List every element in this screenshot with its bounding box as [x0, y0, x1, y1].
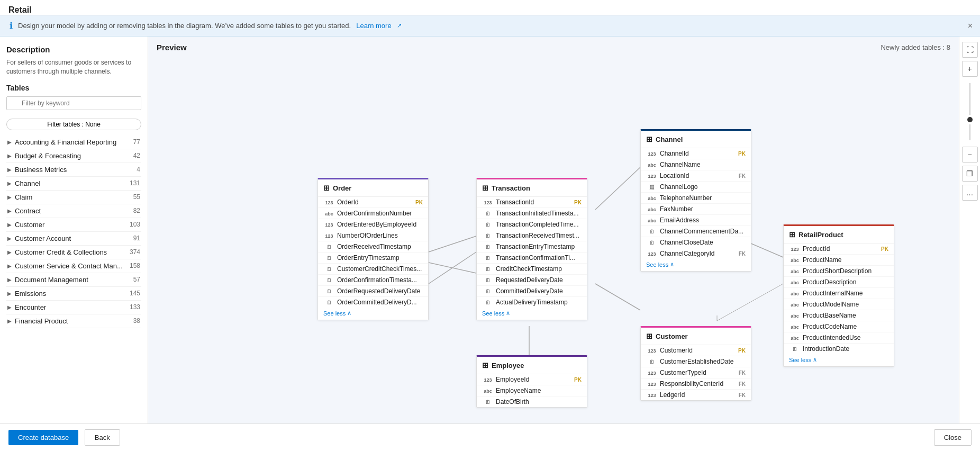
field-name: EmployeeId	[496, 376, 570, 383]
group-name: Customer	[15, 221, 130, 229]
order-see-less[interactable]: See less ∧	[318, 308, 428, 320]
field-name: ChannelLogo	[660, 183, 746, 191]
transaction-table: ⊞ Transaction 123 TransactionId PK 🗓 Tra…	[476, 178, 587, 320]
field-name: TelephoneNumber	[660, 194, 746, 202]
field-name: IntroductionDate	[803, 345, 888, 353]
chevron-right-icon: ▶	[7, 291, 12, 296]
svg-line-0	[429, 236, 476, 252]
group-name: Customer Credit & Collections	[15, 248, 130, 256]
field-type-icon: 🗓	[323, 244, 335, 250]
group-name: Contract	[15, 207, 133, 215]
field-name: ProductDescription	[803, 278, 888, 286]
back-button[interactable]: Back	[85, 429, 120, 446]
row-badge: PK	[738, 151, 746, 157]
table-row: abc ProductInternalName	[784, 288, 894, 299]
group-count: 77	[133, 138, 140, 146]
field-type-icon: 🗓	[323, 288, 335, 294]
field-name: CustomerTypeId	[660, 369, 734, 376]
field-type-icon: 123	[482, 200, 494, 205]
employee-table: ⊞ Employee 123 EmployeeId PK abc Employe…	[476, 355, 587, 408]
sidebar-group-item[interactable]: ▶ Contract 82	[6, 204, 141, 218]
chevron-right-icon: ▶	[7, 208, 12, 214]
group-name: Document Management	[15, 276, 133, 284]
fit-screen-button[interactable]: ⛶	[962, 42, 978, 58]
learn-more-link[interactable]: Learn more	[356, 22, 391, 30]
table-row: 🗓 TransactionConfirmationTi...	[477, 252, 587, 264]
add-button[interactable]: +	[962, 61, 978, 77]
preview-area: Preview Newly added tables : 8	[148, 37, 959, 423]
sidebar-group-item[interactable]: ▶ Claim 55	[6, 191, 141, 204]
sidebar-group-item[interactable]: ▶ Financial Product 38	[6, 314, 141, 328]
chevron-right-icon: ▶	[7, 139, 12, 145]
field-type-icon: abc	[646, 206, 658, 212]
banner-close-button[interactable]: ×	[968, 21, 973, 31]
sidebar-group-item[interactable]: ▶ Emissions 145	[6, 287, 141, 301]
field-type-icon: 🗓	[482, 233, 494, 239]
channel-table-icon: ⊞	[646, 135, 652, 143]
row-badge: PK	[881, 246, 888, 252]
field-name: NumberOfOrderLines	[337, 232, 423, 239]
retail-product-table-icon: ⊞	[789, 230, 795, 239]
row-badge: FK	[739, 381, 746, 387]
sidebar-group-item[interactable]: ▶ Customer Service & Contact Man... 158	[6, 259, 141, 273]
field-name: TransactionInitiatedTimesta...	[496, 210, 582, 217]
external-link-icon: ↗	[397, 22, 402, 29]
zoom-out-button[interactable]: −	[962, 147, 978, 163]
table-row: abc OrderConfirmationNumber	[318, 208, 428, 219]
table-row: 🗓 OrderConfirmationTimesta...	[318, 275, 428, 286]
field-type-icon: abc	[789, 324, 801, 330]
sidebar-group-item[interactable]: ▶ Document Management 57	[6, 273, 141, 287]
transaction-see-less[interactable]: See less ∧	[477, 308, 587, 320]
employee-fields: 123 EmployeeId PK abc EmployeeName 🗓 Dat…	[477, 374, 587, 407]
table-row: 123 ProductId PK	[784, 243, 894, 255]
canvas-area[interactable]: ⊞ Order 123 OrderId PK abc OrderConfirma…	[148, 56, 959, 423]
table-row: 🗓 IntroductionDate	[784, 344, 894, 354]
chevron-up-icon-rp: ∧	[813, 356, 817, 363]
field-name: ChannelCloseDate	[660, 239, 746, 246]
sidebar-group-item[interactable]: ▶ Budget & Forecasting 42	[6, 149, 141, 163]
sidebar-description: For sellers of consumer goods or service…	[6, 58, 141, 76]
svg-line-4	[595, 284, 640, 310]
transaction-table-title: Transaction	[492, 184, 530, 192]
filter-tables-button[interactable]: Filter tables : None	[6, 119, 141, 130]
zoom-slider-wrap	[967, 83, 973, 140]
employee-table-header: ⊞ Employee	[477, 357, 587, 374]
table-row: abc FaxNumber	[641, 204, 751, 215]
copy-button[interactable]: ❐	[962, 166, 978, 182]
transaction-table-header: ⊞ Transaction	[477, 179, 587, 197]
table-row: 123 EmployeeId PK	[477, 374, 587, 385]
field-type-icon: abc	[789, 335, 801, 341]
order-table-icon: ⊞	[323, 184, 330, 192]
table-row: 123 ChannelId PK	[641, 148, 751, 159]
sidebar-group-item[interactable]: ▶ Business Metrics 4	[6, 163, 141, 177]
close-button[interactable]: Close	[934, 429, 972, 446]
field-type-icon: abc	[789, 257, 801, 263]
filter-keyword-input[interactable]	[6, 96, 141, 110]
field-name: EmployeeName	[496, 387, 582, 394]
sidebar-group-item[interactable]: ▶ Accounting & Financial Reporting 77	[6, 136, 141, 149]
table-row: abc ProductModelName	[784, 299, 894, 310]
field-type-icon: 🖼	[646, 184, 658, 190]
sidebar-group-item[interactable]: ▶ Channel 131	[6, 177, 141, 191]
chevron-right-icon: ▶	[7, 318, 12, 324]
field-type-icon: 123	[323, 200, 335, 205]
zoom-dot[interactable]	[967, 117, 973, 122]
sidebar-group-item[interactable]: ▶ Customer 103	[6, 218, 141, 232]
row-badge: FK	[739, 251, 746, 257]
row-badge: PK	[738, 348, 746, 354]
channel-see-less[interactable]: See less ∧	[641, 259, 751, 271]
sidebar-group-item[interactable]: ▶ Encounter 133	[6, 301, 141, 314]
table-row: abc ProductIntendedUse	[784, 332, 894, 344]
create-database-button[interactable]: Create database	[8, 430, 78, 445]
retail-product-see-less[interactable]: See less ∧	[784, 354, 894, 366]
table-row: abc ProductShortDescription	[784, 266, 894, 277]
group-name: Encounter	[15, 303, 130, 311]
retail-product-table-title: RetailProduct	[798, 231, 843, 239]
field-name: ProductBaseName	[803, 312, 888, 319]
field-type-icon: 123	[646, 392, 658, 398]
more-button[interactable]: …	[962, 185, 978, 201]
field-name: TransactionId	[496, 199, 570, 206]
sidebar-group-item[interactable]: ▶ Customer Account 91	[6, 232, 141, 246]
sidebar-group-item[interactable]: ▶ Customer Credit & Collections 374	[6, 246, 141, 259]
order-table-header: ⊞ Order	[318, 179, 428, 197]
